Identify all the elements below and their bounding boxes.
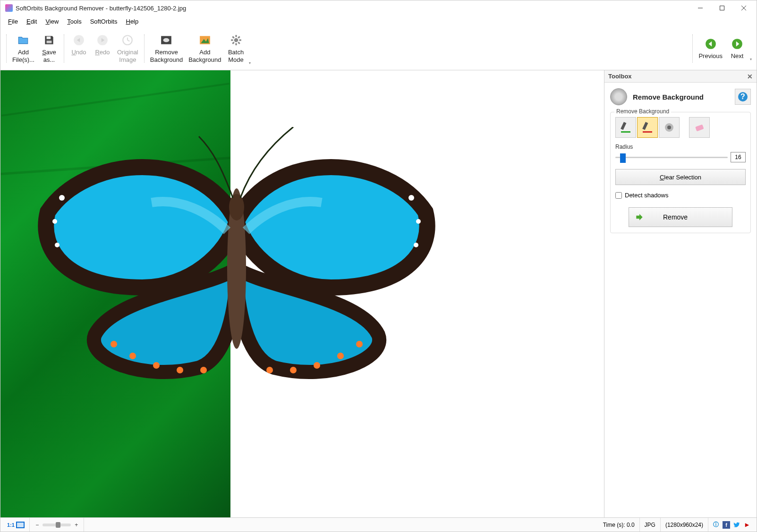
image-preview	[0, 70, 459, 517]
youtube-icon[interactable]: ▶	[743, 521, 751, 529]
status-format: JPG	[640, 518, 661, 532]
zoom-ratio[interactable]: 1:1	[2, 518, 30, 532]
svg-rect-5	[47, 41, 52, 43]
info-icon[interactable]: ⓘ	[712, 521, 720, 529]
menu-file[interactable]: File	[4, 17, 22, 26]
svg-point-38	[55, 243, 60, 247]
next-button[interactable]: Next	[725, 35, 749, 62]
facebook-icon[interactable]: f	[723, 521, 730, 529]
menu-tools[interactable]: Tools	[63, 17, 85, 26]
dropdown-arrow-icon[interactable]: ▾	[249, 61, 251, 65]
undo-icon	[72, 34, 85, 47]
svg-point-28	[153, 362, 160, 369]
svg-rect-52	[695, 125, 704, 132]
green-marker-tool[interactable]	[615, 117, 636, 138]
remove-background-button[interactable]: Remove Background	[147, 32, 186, 65]
svg-point-51	[667, 126, 671, 129]
window-title: SoftOrbits Background Remover - butterfl…	[16, 5, 689, 12]
remove-button[interactable]: Remove	[629, 207, 732, 227]
svg-line-10	[128, 40, 129, 41]
toolbox-close-button[interactable]: ✕	[747, 73, 753, 80]
menu-help[interactable]: Help	[122, 17, 142, 26]
zoom-out-button[interactable]: −	[34, 522, 41, 528]
remove-bg-icon	[160, 34, 173, 47]
canvas-area[interactable]	[0, 70, 604, 517]
magic-wand-tool[interactable]	[659, 117, 680, 138]
zoom-slider-thumb[interactable]	[56, 522, 60, 528]
svg-point-27	[129, 353, 136, 359]
save-icon	[43, 34, 56, 47]
help-button[interactable]: ?	[735, 89, 751, 105]
detect-shadows-input[interactable]	[615, 192, 622, 199]
svg-line-21	[238, 42, 239, 43]
zoom-slider[interactable]	[43, 524, 71, 526]
svg-point-32	[337, 353, 344, 359]
clear-selection-button[interactable]: Clear Selection	[615, 169, 746, 185]
svg-point-26	[111, 341, 117, 347]
status-bar: 1:1 − + Time (s): 0.0 JPG (1280x960x24) …	[0, 517, 757, 532]
svg-point-41	[414, 243, 418, 247]
social-links: ⓘ f ▶	[708, 521, 755, 529]
svg-line-20	[232, 36, 234, 38]
twitter-icon[interactable]	[733, 521, 740, 529]
svg-line-22	[232, 42, 234, 43]
redo-button[interactable]: Redo	[91, 32, 114, 58]
toolbox-title: Remove Background	[633, 93, 735, 101]
svg-point-37	[52, 219, 57, 224]
svg-rect-4	[47, 36, 51, 39]
toolbox-panel: Toolbox ✕ Remove Background ? Remove Bac…	[604, 70, 757, 517]
butterfly-subject	[29, 127, 444, 396]
svg-rect-49	[643, 131, 652, 133]
status-dimensions: (1280x960x24)	[661, 518, 708, 532]
add-background-button[interactable]: Add Background	[186, 32, 224, 65]
close-button[interactable]	[733, 0, 755, 16]
undo-button[interactable]: Undo	[67, 32, 91, 58]
radius-slider[interactable]	[615, 152, 728, 162]
radius-input[interactable]	[731, 152, 746, 162]
svg-point-29	[177, 367, 183, 373]
arrow-right-icon	[731, 37, 744, 51]
dropdown-arrow-icon[interactable]: ▾	[750, 57, 752, 61]
remove-bg-icon	[610, 88, 627, 105]
toolbox-header: Toolbox ✕	[604, 70, 757, 83]
toolbar-separator	[692, 34, 693, 63]
svg-point-40	[416, 219, 421, 224]
svg-point-36	[59, 195, 65, 201]
red-marker-tool[interactable]	[637, 117, 658, 138]
svg-point-12	[163, 38, 170, 42]
maximize-button[interactable]	[711, 0, 733, 16]
toolbar-separator	[6, 34, 7, 63]
slider-thumb[interactable]	[620, 153, 626, 163]
toolbox-panel-title: Toolbox	[608, 73, 632, 80]
toolbar: Add File(s)... Saveas... Undo Redo	[0, 27, 757, 70]
svg-point-34	[290, 367, 297, 373]
menu-view[interactable]: View	[42, 17, 62, 26]
group-label: Remove Background	[614, 108, 671, 115]
fit-screen-icon[interactable]	[16, 522, 25, 528]
svg-line-23	[238, 36, 239, 38]
svg-point-43	[229, 194, 244, 220]
previous-button[interactable]: Previous	[696, 35, 725, 62]
svg-text:?: ?	[740, 93, 745, 101]
svg-point-31	[356, 341, 363, 347]
svg-rect-48	[642, 122, 648, 130]
menu-softorbits[interactable]: SoftOrbits	[86, 17, 121, 26]
batch-mode-button[interactable]: Batch Mode	[224, 32, 248, 65]
folder-icon	[17, 34, 30, 47]
menu-bar: File Edit View Tools SoftOrbits Help	[0, 16, 757, 27]
save-as-button[interactable]: Saveas...	[37, 32, 61, 65]
main-area: Toolbox ✕ Remove Background ? Remove Bac…	[0, 70, 757, 517]
minimize-button[interactable]	[689, 0, 711, 16]
add-files-button[interactable]: Add File(s)...	[9, 32, 37, 65]
svg-point-15	[234, 38, 238, 42]
zoom-in-button[interactable]: +	[73, 522, 80, 528]
eraser-tool[interactable]	[689, 117, 710, 138]
toolbar-separator	[144, 34, 145, 63]
original-image-button[interactable]: Original Image	[114, 32, 141, 65]
gear-icon	[230, 34, 243, 47]
menu-edit[interactable]: Edit	[23, 17, 41, 26]
detect-shadows-checkbox[interactable]: Detect shadows	[615, 192, 746, 199]
remove-background-group: Remove Background Radius	[610, 112, 751, 233]
arrow-left-icon	[704, 37, 717, 51]
status-time: Time (s): 0.0	[598, 518, 640, 532]
